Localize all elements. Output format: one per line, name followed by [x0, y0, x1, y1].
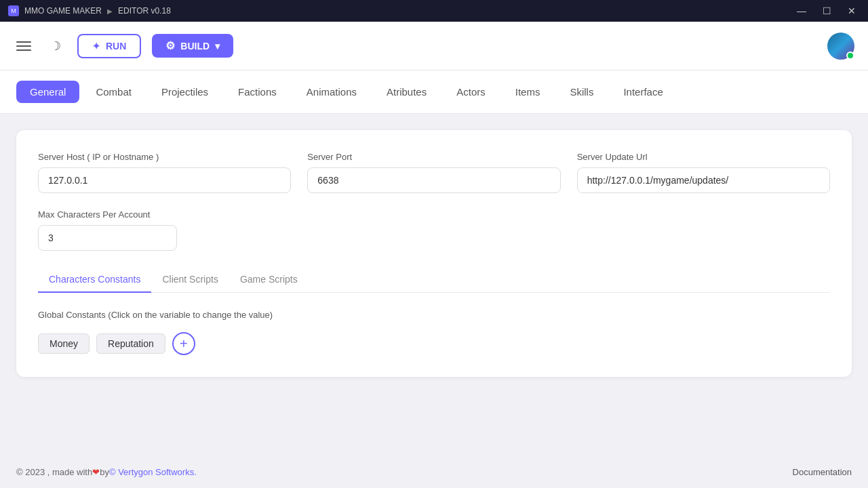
footer-copyright: © 2023 , made with [16, 467, 92, 477]
sub-tabs: Characters Constants Client Scripts Game… [38, 267, 830, 293]
footer-heart: ❤ [92, 467, 100, 477]
sub-tab-client-scripts[interactable]: Client Scripts [151, 267, 229, 293]
build-button[interactable]: BUILD ▾ [152, 34, 233, 58]
hamburger-line-3 [16, 49, 31, 51]
tab-actors[interactable]: Actors [443, 81, 499, 103]
hamburger-menu-button[interactable] [14, 39, 34, 54]
constants-description: Global Constants (Click on the variable … [38, 309, 830, 321]
hamburger-line-2 [16, 45, 31, 47]
settings-card: Server Host ( IP or Hostname ) Server Po… [16, 130, 852, 377]
server-port-group: Server Port [307, 152, 560, 193]
server-update-url-label: Server Update Url [577, 152, 830, 162]
avatar-container [827, 33, 854, 60]
theme-toggle-button[interactable] [45, 35, 66, 56]
server-update-url-input[interactable] [577, 167, 830, 193]
tab-skills[interactable]: Skills [556, 81, 607, 103]
server-host-group: Server Host ( IP or Hostname ) [38, 152, 291, 193]
tab-items[interactable]: Items [502, 81, 554, 103]
server-port-label: Server Port [307, 152, 560, 162]
tab-projectiles[interactable]: Projectiles [148, 81, 222, 103]
documentation-link[interactable]: Documentation [793, 467, 852, 477]
title-separator: ▶ [107, 7, 113, 15]
constant-money[interactable]: Money [38, 333, 90, 354]
online-indicator [846, 52, 854, 60]
footer-company-link[interactable]: © Vertygon Softworks. [109, 467, 197, 477]
nav-tabs: General Combat Projectiles Factions Anim… [0, 70, 868, 114]
moon-icon [50, 38, 61, 53]
run-button[interactable]: RUN [77, 34, 141, 58]
add-constant-button[interactable]: + [172, 332, 195, 355]
app-header: RUN BUILD ▾ [0, 22, 868, 70]
footer-by: by [100, 467, 109, 477]
server-host-input[interactable] [38, 167, 291, 193]
footer: © 2023 , made with ❤ by © Vertygon Softw… [0, 455, 868, 488]
tab-interface[interactable]: Interface [610, 81, 676, 103]
window-controls: — ☐ ✕ [793, 4, 860, 18]
app-icon: M [8, 5, 19, 16]
title-bar: M MMO GAME MAKER ▶ EDITOR v0.18 — ☐ ✕ [0, 0, 868, 22]
server-host-label: Server Host ( IP or Hostname ) [38, 152, 291, 162]
build-label: BUILD [180, 41, 210, 52]
app-name: MMO GAME MAKER [24, 6, 102, 16]
constant-reputation[interactable]: Reputation [96, 333, 165, 354]
tab-attributes[interactable]: Atributes [373, 81, 440, 103]
editor-version: EDITOR v0.18 [118, 6, 171, 16]
build-dropdown-icon: ▾ [215, 41, 220, 52]
sub-tab-characters-constants[interactable]: Characters Constants [38, 267, 151, 293]
main-content: Server Host ( IP or Hostname ) Server Po… [0, 114, 868, 455]
constants-list: Money Reputation + [38, 332, 830, 355]
server-port-input[interactable] [307, 167, 560, 193]
max-chars-input[interactable] [38, 225, 177, 251]
server-settings-row: Server Host ( IP or Hostname ) Server Po… [38, 152, 830, 193]
max-chars-group: Max Characters Per Account [38, 209, 177, 251]
run-icon [92, 41, 100, 52]
minimize-button[interactable]: — [793, 4, 810, 18]
close-button[interactable]: ✕ [844, 4, 860, 18]
tab-combat[interactable]: Combat [82, 81, 145, 103]
server-update-url-group: Server Update Url [577, 152, 830, 193]
maximize-button[interactable]: ☐ [818, 4, 835, 18]
constants-section: Global Constants (Click on the variable … [38, 309, 830, 355]
max-chars-row: Max Characters Per Account [38, 209, 830, 251]
gear-icon [165, 39, 175, 52]
run-label: RUN [106, 41, 126, 52]
sub-tab-game-scripts[interactable]: Game Scripts [229, 267, 309, 293]
tab-animations[interactable]: Animations [293, 81, 370, 103]
tab-general[interactable]: General [16, 81, 79, 103]
max-chars-label: Max Characters Per Account [38, 209, 177, 220]
hamburger-line-1 [16, 41, 31, 43]
tab-factions[interactable]: Factions [224, 81, 290, 103]
